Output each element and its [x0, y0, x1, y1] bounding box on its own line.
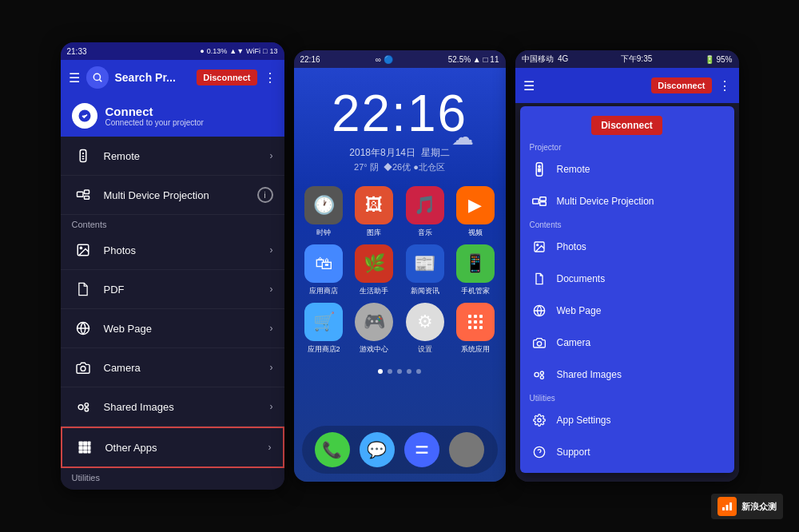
app-item-life[interactable]: 🌿 生活助手 [352, 244, 396, 296]
sidebar-photos-label: Photos [104, 244, 260, 256]
other-apps-icon [74, 436, 96, 459]
partial-content: Camera Shared Images vice Utilities [515, 476, 739, 482]
life-label: 生活助手 [360, 286, 388, 296]
right-battery: 🔋 95% [705, 55, 733, 64]
dropdown-support-icon [530, 443, 549, 462]
svg-rect-25 [87, 451, 90, 454]
dropdown-shared-images[interactable]: Shared Images [520, 359, 734, 391]
svg-point-11 [80, 247, 81, 248]
sidebar-item-pdf[interactable]: PDF › [61, 270, 284, 309]
settings-app-label: 设置 [418, 344, 432, 355]
dropdown-disconnect-btn[interactable]: Disconnect [591, 116, 662, 135]
dropdown-panel: Disconnect Projector Remote [520, 106, 734, 473]
svg-rect-32 [479, 320, 483, 324]
dropdown-web-page[interactable]: Web Page [520, 295, 734, 327]
app-item-music[interactable]: 🎵 音乐 [403, 186, 447, 238]
app-item-news[interactable]: 📰 新闻资讯 [403, 244, 447, 296]
disconnect-button[interactable]: Disconnect [197, 69, 256, 85]
app-item-appstore2[interactable]: 🛒 应用商店2 [302, 303, 346, 355]
svg-point-51 [540, 375, 543, 379]
sidebar-item-shared-images[interactable]: Shared Images › [61, 387, 284, 427]
dropdown-app-settings[interactable]: App Settings [520, 404, 734, 436]
svg-rect-24 [83, 451, 87, 454]
svg-rect-21 [83, 446, 87, 450]
svg-rect-42 [532, 199, 539, 204]
svg-point-14 [78, 405, 83, 410]
svg-rect-57 [729, 502, 732, 510]
sidebar-item-remote[interactable]: Remote › [61, 137, 284, 176]
dropdown-settings-label: App Settings [557, 415, 611, 426]
app-item-system[interactable]: 系统应用 [453, 303, 497, 355]
svg-rect-23 [78, 451, 82, 454]
app-item-clock[interactable]: 🕐 时钟 [302, 186, 346, 238]
dropdown-multi-device[interactable]: Multi Device Projection [520, 185, 734, 217]
sidebar-item-other-apps[interactable]: Other Apps › [61, 427, 284, 468]
store-label: 应用商店 [309, 286, 338, 296]
utilities-section-label: Utilities [61, 468, 284, 484]
dot-2 [388, 369, 392, 374]
sidebar-item-app-settings[interactable]: App Settings [61, 484, 284, 486]
logo-text: 新浪众测 [741, 501, 777, 513]
dock-browser[interactable] [404, 432, 439, 467]
dropdown-settings-icon [530, 411, 549, 430]
manager-app-icon: 📱 [456, 244, 495, 283]
app-grid: 🕐 时钟 🖼 图库 🎵 音乐 ▶ 视频 🛍 应用商 [302, 186, 498, 355]
dock-phone[interactable]: 📞 [315, 432, 350, 467]
hamburger-icon[interactable]: ☰ [69, 70, 80, 85]
app-item-manager[interactable]: 📱 手机管家 [453, 244, 497, 296]
center-time-status: 22:16 [300, 55, 320, 64]
remote-icon [72, 145, 94, 167]
dropdown-camera[interactable]: Camera [520, 327, 734, 359]
screenshot-wrapper: 21:33 ● 0.13% ▲▼ WiFi □ 13 ☰ Search Pr..… [0, 0, 799, 532]
bottom-dock: 📞 💬 [302, 426, 498, 474]
sidebar-item-camera[interactable]: Camera › [61, 348, 284, 387]
svg-rect-18 [83, 442, 87, 446]
svg-point-49 [535, 372, 539, 376]
dropdown-support[interactable]: Support [520, 436, 734, 468]
svg-point-0 [93, 73, 100, 80]
dot-5 [416, 369, 421, 374]
dropdown-contents-label: Contents [520, 217, 734, 231]
more-icon[interactable]: ⋮ [264, 70, 276, 85]
sidebar-shared-label: Shared Images [104, 401, 260, 413]
sidebar-item-web-page[interactable]: Web Page › [61, 309, 284, 348]
camera-arrow: › [270, 362, 273, 373]
dropdown-remote[interactable]: Remote [520, 153, 734, 185]
app-item-settings[interactable]: ⚙ 设置 [403, 303, 447, 355]
svg-rect-22 [87, 446, 90, 450]
right-app-header: ☰ Disconnect ⋮ [515, 68, 739, 103]
sidebar-multi-label: Multi Device Projection [104, 189, 248, 201]
left-status-bar: 21:33 ● 0.13% ▲▼ WiFi □ 13 [61, 42, 284, 60]
center-status-bar: 22:16 ∞ 🔵 52.5% ▲ □ 11 [294, 50, 506, 68]
search-circle-icon[interactable] [86, 66, 109, 89]
dock-messages[interactable]: 💬 [360, 432, 395, 467]
dock-circle[interactable] [449, 432, 484, 467]
dropdown-photos[interactable]: Photos [520, 231, 734, 263]
multi-info-btn[interactable]: i [257, 187, 273, 203]
sidebar-item-photos[interactable]: Photos › [61, 231, 284, 270]
dropdown-docs-icon [530, 269, 549, 288]
dropdown-documents[interactable]: Documents [520, 263, 734, 295]
right-status-bar: 中国移动 4G 下午9:35 🔋 95% [515, 50, 739, 68]
news-app-icon: 📰 [406, 244, 444, 283]
right-more-icon[interactable]: ⋮ [718, 78, 731, 93]
app-item-gallery[interactable]: 🖼 图库 [352, 186, 396, 238]
system-label: 系统应用 [461, 344, 490, 355]
app-item-games[interactable]: 🎮 游戏中心 [352, 303, 396, 355]
app-item-video[interactable]: ▶ 视频 [453, 186, 497, 238]
dropdown-photos-label: Photos [557, 241, 586, 252]
games-app-icon: 🎮 [355, 303, 393, 341]
right-hamburger-icon[interactable]: ☰ [523, 78, 535, 93]
right-phone-body: Disconnect Projector Remote [515, 103, 739, 482]
app-item-store[interactable]: 🛍 应用商店 [302, 244, 346, 296]
dropdown-camera-label: Camera [557, 337, 591, 348]
dropdown-remote-icon [530, 160, 549, 179]
right-disconnect-button[interactable]: Disconnect [651, 77, 711, 93]
store-app-icon: 🛍 [304, 244, 343, 283]
svg-rect-30 [468, 320, 471, 324]
shared-images-icon [72, 395, 94, 418]
svg-point-46 [536, 244, 538, 246]
sidebar-item-multi-device[interactable]: Multi Device Projection i [61, 176, 284, 215]
dropdown-documents-label: Documents [557, 273, 606, 284]
dropdown-utilities-label: Utilities [520, 391, 734, 404]
